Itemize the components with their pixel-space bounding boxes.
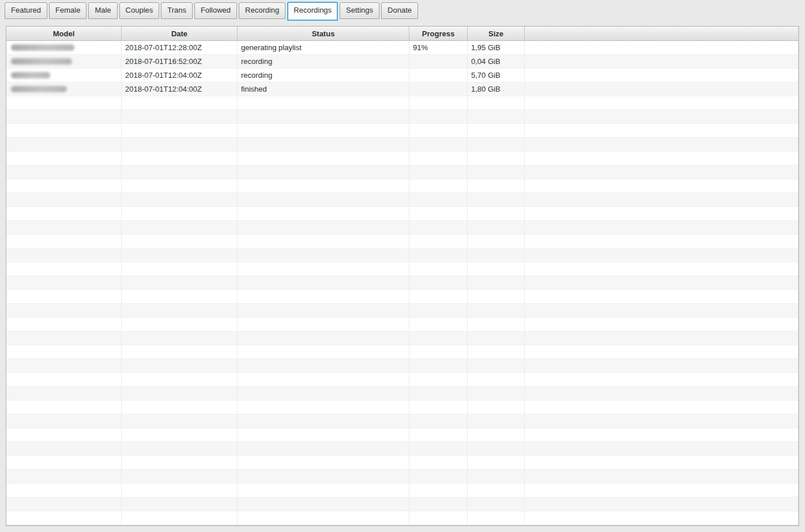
cell-rest [525,179,798,193]
cell-progress [409,110,468,123]
cell-date [122,456,238,469]
cell-model [6,456,122,469]
cell-model [6,152,122,165]
cell-date: 2018-07-01T12:04:00Z [122,82,238,96]
cell-rest [525,248,798,262]
cell-rest [525,401,798,414]
cell-progress [409,82,468,96]
table-row-empty [6,179,798,193]
cell-size [468,221,525,234]
table-header-row: ModelDateStatusProgressSize [6,27,798,41]
table-body: 2018-07-01T12:28:00Zgenerating playlist9… [6,41,798,525]
cell-size [468,96,525,110]
table-row[interactable]: 2018-07-01T12:28:00Zgenerating playlist9… [6,41,798,55]
table-row-empty [6,221,798,235]
tab-followed[interactable]: Followed [194,2,237,19]
cell-progress [409,235,468,248]
cell-rest [525,318,798,331]
table-row-empty [6,152,798,165]
table-row-empty [6,497,798,511]
tab-trans[interactable]: Trans [161,2,193,19]
cell-size [468,179,525,193]
column-header-size[interactable]: Size [468,27,525,40]
table-row[interactable]: 2018-07-01T12:04:00Zrecording5,70 GiB [6,69,798,82]
cell-rest [525,193,798,206]
cell-date: 2018-07-01T12:04:00Z [122,69,238,82]
cell-model [6,331,122,345]
table-row-empty [6,401,798,414]
cell-status [238,414,409,428]
cell-size [468,470,525,483]
table-row[interactable]: 2018-07-01T12:04:00Zfinished1,80 GiB [6,82,798,96]
cell-model [6,179,122,193]
cell-rest [525,221,798,234]
cell-progress [409,442,468,455]
cell-size [468,276,525,289]
cell-status [238,248,409,262]
cell-size [468,428,525,442]
cell-status [238,373,409,386]
column-header-date[interactable]: Date [122,27,238,40]
cell-progress [409,511,468,525]
cell-status [238,484,409,497]
table-row-empty [6,124,798,138]
cell-rest [525,276,798,289]
cell-progress [409,456,468,469]
tab-settings[interactable]: Settings [340,2,379,19]
table-row-empty [6,359,798,373]
cell-status [238,401,409,414]
table-row-empty [6,304,798,318]
cell-progress [409,96,468,110]
cell-size: 1,80 GiB [468,82,525,96]
cell-size [468,456,525,469]
column-header-model[interactable]: Model [6,27,122,40]
tab-couples[interactable]: Couples [119,2,160,19]
tab-recording[interactable]: Recording [239,2,285,19]
column-header-status[interactable]: Status [238,27,409,40]
redacted-model-name [11,44,74,51]
cell-size [468,497,525,511]
tab-donate[interactable]: Donate [381,2,418,19]
tab-featured[interactable]: Featured [5,2,47,19]
cell-status [238,276,409,289]
cell-status [238,428,409,442]
tab-male[interactable]: Male [88,2,117,19]
cell-date [122,235,238,248]
cell-model [6,248,122,262]
table-row-empty [6,470,798,484]
cell-status [238,138,409,151]
redacted-model-name [11,58,72,65]
cell-status [238,345,409,359]
cell-rest [525,41,798,54]
table-row-empty [6,262,798,276]
cell-status [238,456,409,469]
cell-date [122,193,238,206]
cell-date [122,96,238,110]
cell-status: recording [238,69,409,82]
tab-female[interactable]: Female [49,2,86,19]
cell-rest [525,207,798,220]
table-row[interactable]: 2018-07-01T16:52:00Zrecording0,04 GiB [6,55,798,69]
cell-size [468,373,525,386]
cell-status [238,318,409,331]
cell-status [238,165,409,179]
cell-model [6,414,122,428]
cell-size [468,235,525,248]
cell-model [6,82,122,96]
cell-progress [409,373,468,386]
cell-date [122,138,238,151]
cell-date [122,359,238,372]
cell-model [6,290,122,303]
cell-model [6,276,122,289]
tab-recordings[interactable]: Recordings [287,2,338,21]
column-header-progress[interactable]: Progress [409,27,468,40]
table-row-empty [6,345,798,359]
cell-status [238,304,409,317]
cell-status [238,497,409,511]
table-row-empty [6,428,798,442]
cell-model [6,262,122,276]
recordings-table: ModelDateStatusProgressSize 2018-07-01T1… [6,26,799,526]
cell-model [6,69,122,82]
cell-date [122,221,238,234]
cell-model [6,110,122,123]
